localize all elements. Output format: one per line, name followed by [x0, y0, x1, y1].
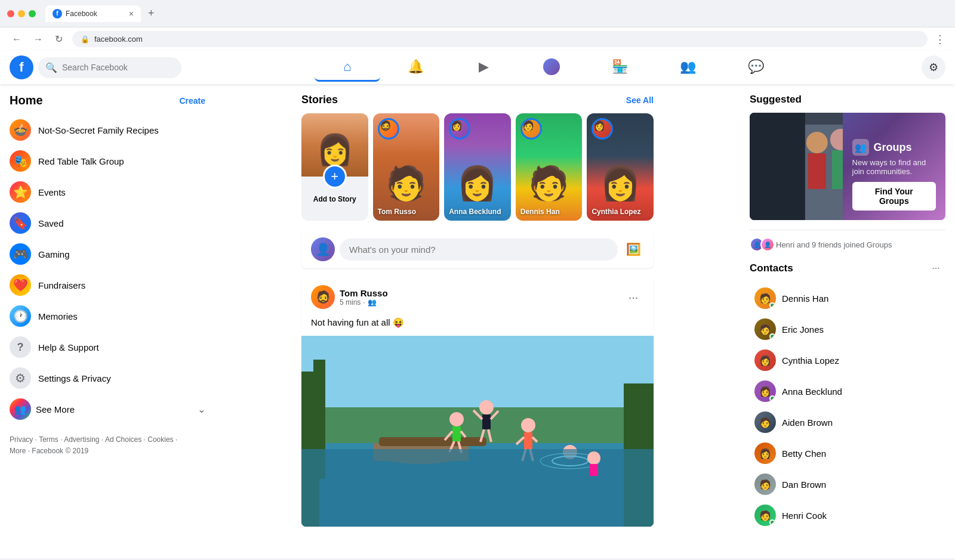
sidebar-item-gaming[interactable]: 🎮 Gaming: [5, 239, 210, 270]
contact-avatar-dennis: 🧑: [754, 287, 776, 309]
forward-button[interactable]: →: [31, 32, 45, 47]
contacts-more-button[interactable]: ···: [926, 259, 945, 278]
settings-sidebar-icon: ⚙: [10, 367, 31, 389]
contact-henri-cook[interactable]: 🧑 Henri Cook: [750, 500, 945, 531]
groups-card: 👥 Groups New ways to find and join commu…: [750, 113, 945, 220]
see-all-button[interactable]: See All: [626, 95, 654, 105]
privacy-link[interactable]: Privacy: [10, 435, 33, 444]
maximize-dot[interactable]: [29, 10, 36, 17]
browser-addressbar: ← → ↻ 🔒 facebook.com ⋮: [0, 27, 955, 51]
contacts-title: Contacts: [750, 262, 793, 274]
story-name-anna: Anna Becklund: [449, 208, 506, 216]
tab-close-button[interactable]: ×: [129, 9, 134, 18]
bell-icon: 🔔: [408, 59, 424, 75]
story-card-anna[interactable]: 👩 👩 Anna Becklund: [444, 113, 511, 221]
find-groups-button[interactable]: Find Your Groups: [852, 182, 936, 211]
sidebar-item-label: Fundraisers: [38, 280, 85, 290]
contact-cynthia-lopez[interactable]: 👩 Cynthia Lopez: [750, 345, 945, 376]
more-link[interactable]: More: [10, 447, 26, 455]
terms-link[interactable]: Terms: [39, 435, 58, 444]
close-dot[interactable]: [7, 10, 14, 17]
reload-button[interactable]: ↻: [53, 31, 65, 47]
sidebar-item-label: See More: [36, 404, 75, 414]
sidebar-item-fundraisers[interactable]: ❤️ Fundraisers: [5, 270, 210, 301]
create-button[interactable]: Create: [179, 96, 205, 106]
nav-home[interactable]: ⌂: [315, 53, 380, 82]
back-button[interactable]: ←: [10, 32, 24, 47]
sidebar-item-label: Red Table Talk Group: [38, 156, 124, 166]
contact-dan-brown[interactable]: 🧑 Dan Brown: [750, 469, 945, 500]
adchoices-link[interactable]: Ad Choices: [105, 435, 141, 444]
sidebar-item-memories[interactable]: 🕐 Memories: [5, 301, 210, 332]
online-indicator: [769, 302, 775, 308]
minimize-dot[interactable]: [18, 10, 25, 17]
saved-icon: 🔖: [10, 212, 31, 234]
advertising-link[interactable]: Advertising: [64, 435, 99, 444]
contact-aiden-brown[interactable]: 🧑 Aiden Brown: [750, 407, 945, 438]
header-right: ⚙: [922, 55, 945, 79]
story-add-card[interactable]: 👩 + Add to Story: [301, 113, 368, 221]
events-icon: ⭐: [10, 181, 31, 203]
sidebar-item-label: Memories: [38, 311, 78, 321]
post-meta: 5 mins · 👥: [340, 298, 618, 307]
contact-dennis-han[interactable]: 🧑 Dennis Han: [750, 283, 945, 314]
sidebar-item-seemore[interactable]: 👥 See More ⌄: [5, 394, 210, 425]
contacts-header: Contacts ···: [750, 259, 945, 278]
current-user-avatar: 👤: [311, 237, 335, 261]
svg-point-22: [521, 418, 535, 432]
post-image: [301, 336, 654, 527]
stories-header: Stories See All: [301, 94, 654, 106]
contact-betty-chen[interactable]: 👩 Betty Chen: [750, 438, 945, 469]
browser-tab-facebook[interactable]: f Facebook ×: [45, 5, 141, 22]
mini-avatars: 👤 👤: [750, 237, 771, 252]
sidebar-item-recipes[interactable]: 🍲 Not-So-Secret Family Recipes: [5, 115, 210, 146]
contacts-actions: ···: [926, 259, 945, 278]
post-author-name: Tom Russo: [340, 288, 618, 298]
post-text: Not having fun at all 😝: [301, 316, 654, 336]
lock-icon: 🔒: [81, 35, 90, 44]
chevron-down-icon: ⌄: [198, 404, 205, 415]
footer-links: Privacy · Terms · Advertising · Ad Choic…: [10, 435, 177, 455]
nav-watch[interactable]: ▶: [451, 53, 516, 82]
sidebar-item-saved[interactable]: 🔖 Saved: [5, 208, 210, 239]
story-card-dennis[interactable]: 🧑 🧑 Dennis Han: [516, 113, 583, 221]
contact-anna-becklund[interactable]: 👩 Anna Becklund: [750, 376, 945, 407]
contact-name-eric: Eric Jones: [782, 324, 824, 335]
nav-messenger[interactable]: 💬: [723, 53, 788, 82]
browser-tab-label: Facebook: [66, 10, 97, 18]
address-field[interactable]: 🔒 facebook.com: [72, 31, 928, 47]
contact-eric-jones[interactable]: 🧑 Eric Jones: [750, 314, 945, 345]
story-card-tom[interactable]: 🧑 🧔 Tom Russo: [373, 113, 440, 221]
sidebar-item-redtable[interactable]: 🎭 Red Table Talk Group: [5, 146, 210, 177]
nav-marketplace[interactable]: 🏪: [587, 53, 652, 82]
sidebar-item-settings[interactable]: ⚙ Settings & Privacy: [5, 363, 210, 394]
sidebar-item-events[interactable]: ⭐ Events: [5, 177, 210, 208]
settings-button[interactable]: ⚙: [922, 55, 945, 79]
mini-avatar-2: 👤: [760, 237, 775, 252]
redtable-icon: 🎭: [10, 150, 31, 172]
create-post-card: 👤 🖼️: [301, 230, 654, 268]
search-input[interactable]: [62, 63, 174, 72]
cookies-link[interactable]: Cookies: [147, 435, 173, 444]
fb-logo[interactable]: f: [10, 55, 33, 79]
messenger-icon: 💬: [748, 59, 764, 75]
nav-groups[interactable]: 👥: [655, 53, 720, 82]
story-card-cynthia[interactable]: 👩 👩 Cynthia Lopez: [587, 113, 654, 221]
sidebar-item-label: Saved: [38, 218, 64, 228]
browser-menu-button[interactable]: ⋮: [935, 33, 945, 46]
svg-point-32: [587, 451, 600, 465]
add-story-icon: +: [323, 165, 347, 188]
nav-notifications[interactable]: 🔔: [383, 53, 448, 82]
contact-name-dan: Dan Brown: [782, 479, 826, 490]
search-bar[interactable]: 🔍: [38, 57, 181, 78]
post-more-button[interactable]: ···: [623, 286, 644, 308]
nav-profile[interactable]: [519, 53, 584, 82]
new-tab-button[interactable]: +: [143, 5, 159, 22]
sidebar-item-help[interactable]: ? Help & Support: [5, 332, 210, 363]
post-input[interactable]: [340, 239, 618, 261]
contact-name-dennis: Dennis Han: [782, 293, 828, 304]
fb-right-panel: Suggested: [740, 84, 955, 558]
gaming-icon: 🎮: [10, 243, 31, 265]
fb-sidebar: Home Create 🍲 Not-So-Secret Family Recip…: [0, 84, 215, 558]
add-photo-button[interactable]: 🖼️: [623, 239, 644, 260]
